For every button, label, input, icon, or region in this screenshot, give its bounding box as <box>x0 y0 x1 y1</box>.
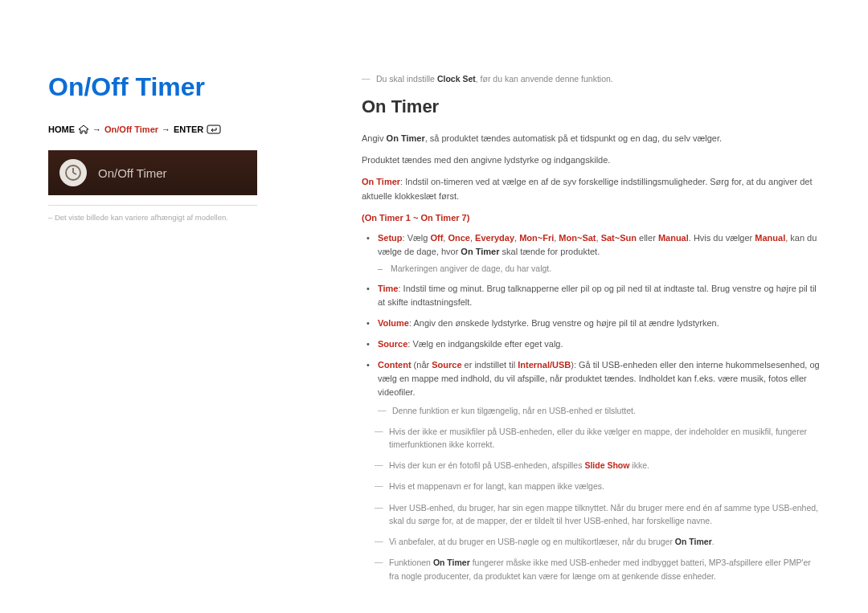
section-title-on-timer: On Timer <box>362 93 820 121</box>
footnote-1: Hvis der ikke er musikfiler på USB-enhed… <box>362 425 820 452</box>
breadcrumb-arrow-1: → <box>92 125 101 134</box>
on-timer-setup-note: On Timer: Indstil on-timeren ved at vælg… <box>362 175 820 202</box>
setup-subnote: Markeringen angiver de dage, du har valg… <box>378 262 820 275</box>
breadcrumb-home: HOME <box>48 125 75 134</box>
menu-tile-onoff-timer: On/Off Timer <box>48 150 257 195</box>
enter-icon <box>207 125 221 134</box>
breadcrumb-middle: On/Off Timer <box>104 125 158 134</box>
clock-icon <box>59 159 87 186</box>
breadcrumb-arrow-2: → <box>162 125 170 134</box>
breadcrumb-enter: ENTER <box>174 125 203 134</box>
footnote-5: Vi anbefaler, at du bruger en USB-nøgle … <box>362 535 820 548</box>
footnote-6: Funktionen On Timer fungerer måske ikke … <box>362 556 820 582</box>
on-timer-group-label: (On Timer 1 ~ On Timer 7) <box>362 211 820 225</box>
footnote-2: Hvis der kun er én fotofil på USB-enhede… <box>362 459 820 472</box>
page: On/Off Timer HOME → On/Off Timer → ENTER <box>48 72 820 591</box>
bullet-source: Source: Vælg en indgangskilde efter eget… <box>362 337 820 351</box>
divider <box>48 205 257 206</box>
home-icon <box>78 125 89 134</box>
on-timer-volume-note: Produktet tændes med den angivne lydstyr… <box>362 153 820 167</box>
settings-list: Setup: Vælg Off, Once, Everyday, Mon~Fri… <box>362 231 820 418</box>
bullet-setup: Setup: Vælg Off, Once, Everyday, Mon~Fri… <box>362 231 820 275</box>
right-column: Du skal indstille Clock Set, før du kan … <box>362 72 820 591</box>
on-timer-intro: Angiv On Timer, så produktet tændes auto… <box>362 132 820 145</box>
model-variation-caption: – Det viste billede kan variere afhængig… <box>48 212 313 223</box>
bullet-content: Content (når Source er indstillet til In… <box>362 358 820 417</box>
footnotes: Hvis der ikke er musikfiler på USB-enhed… <box>362 425 820 582</box>
breadcrumb: HOME → On/Off Timer → ENTER <box>48 125 313 134</box>
clock-set-note: Du skal indstille Clock Set, før du kan … <box>362 72 820 85</box>
content-subnote: Denne funktion er kun tilgængelig, når e… <box>378 404 820 417</box>
page-title: On/Off Timer <box>48 72 313 102</box>
menu-tile-label: On/Off Timer <box>98 166 167 180</box>
footnote-3: Hvis et mappenavn er for langt, kan mapp… <box>362 480 820 492</box>
footnote-4: Hver USB-enhed, du bruger, har sin egen … <box>362 501 820 528</box>
bullet-volume: Volume: Angiv den ønskede lydstyrke. Bru… <box>362 317 820 330</box>
bullet-time: Time: Indstil time og minut. Brug talkna… <box>362 282 820 309</box>
svg-rect-0 <box>207 125 220 133</box>
left-column: On/Off Timer HOME → On/Off Timer → ENTER <box>48 72 313 591</box>
